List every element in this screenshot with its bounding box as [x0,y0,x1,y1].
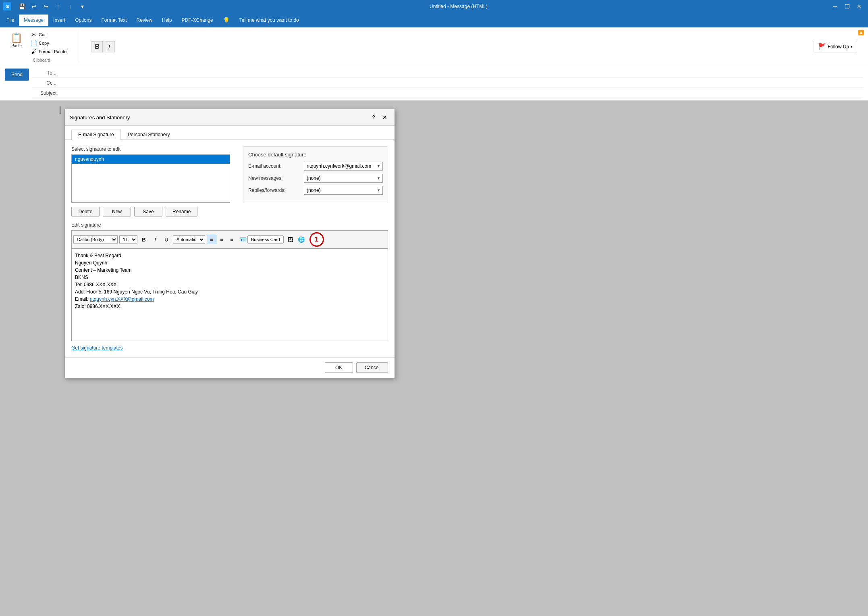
menu-help[interactable]: Help [157,15,177,26]
paste-icon: 📋 [10,32,23,44]
delete-button[interactable]: Delete [71,207,100,216]
new-messages-label: New messages: [248,175,301,181]
cut-button[interactable]: ✂ Cut [28,31,77,39]
tab-email-signature[interactable]: E-mail Signature [71,129,121,140]
menu-lightbulb[interactable]: 💡 [218,15,235,26]
cut-icon: ✂ [31,31,37,38]
close-btn[interactable]: ✕ [853,1,865,12]
menu-file[interactable]: File [2,15,19,26]
arrow-down-btn[interactable]: ↓ [64,1,76,12]
to-input[interactable] [60,69,863,77]
dialog-help-btn[interactable]: ? [369,112,378,122]
new-messages-select[interactable]: (none) [304,174,383,183]
copy-button[interactable]: 📄 Copy [28,39,77,47]
insert-image-btn[interactable]: 🖼 [285,235,295,244]
ribbon: 📋 Paste ✂ Cut 📄 Copy 🖌 Format Painter [0,27,868,66]
sig-editor-wrapper: Thank & Best Regard Nguyen Quynh Content… [71,248,388,341]
menu-insert[interactable]: Insert [48,15,70,26]
undo-btn[interactable]: ↩ [28,1,39,12]
cc-input[interactable] [60,79,863,87]
business-card-area: 🪪 Business Card [240,235,284,243]
email-link[interactable]: ntquynh.cyn.XXX@gmail.com [90,296,154,302]
format-painter-icon: 🖌 [31,48,37,55]
menu-message[interactable]: Message [19,15,48,26]
subject-input[interactable] [60,89,863,97]
ribbon-collapse-btn[interactable]: 🔼 [858,30,864,35]
badge-circle: 1 [309,232,324,247]
get-template-link[interactable]: Get signature templates [71,345,123,351]
title-bar-left: ✉ 💾 ↩ ↪ ↑ ↓ ▾ [3,1,88,12]
hyperlink-btn[interactable]: 🌐 [297,235,306,244]
new-messages-row: New messages: (none) [248,174,383,183]
arrow-up-btn[interactable]: ↑ [52,1,64,12]
business-card-btn[interactable]: Business Card [247,235,284,243]
minimize-btn[interactable]: ─ [829,1,841,12]
sig-action-buttons: Delete New Save Rename [71,207,230,216]
business-card-icon: 🪪 [240,236,247,243]
rename-button[interactable]: Rename [166,207,197,216]
menu-pdf[interactable]: PDF-XChange [177,15,218,26]
email-account-select[interactable]: ntquynh.cynfwork@gmail.com [304,162,383,171]
format-painter-button[interactable]: 🖌 Format Painter [28,48,77,56]
ok-button[interactable]: OK [325,362,353,373]
more-btn[interactable]: ▾ [77,1,88,12]
email-account-row: E-mail account: ntquynh.cynfwork@gmail.c… [248,162,383,171]
align-right-btn[interactable]: ≡ [227,235,237,244]
font-select[interactable]: Calibri (Body) [73,235,118,243]
clipboard-group: 📋 Paste ✂ Cut 📄 Copy 🖌 Format Painter [3,29,80,64]
menu-format-text[interactable]: Format Text [96,15,131,26]
tab-personal-stationery[interactable]: Personal Stationery [121,129,177,140]
sig-editor[interactable]: Thank & Best Regard Nguyen Quynh Content… [71,248,388,341]
italic-btn[interactable]: I [150,235,160,244]
app-window: ✉ 💾 ↩ ↪ ↑ ↓ ▾ Untitled - Message (HTML) … [0,0,868,616]
sig-right-panel: Choose default signature E-mail account:… [243,146,388,216]
align-left-btn[interactable]: ≡ [207,235,216,244]
modal-overlay: Signatures and Stationery ? ✕ E-mail Sig… [0,101,868,616]
underline-btn[interactable]: U [162,235,171,244]
edit-sig-label: Edit signature [71,222,388,228]
sig-left-panel: Select signature to edit nguyenquynh Del… [71,146,230,216]
dialog-titlebar: Signatures and Stationery ? ✕ [65,109,395,126]
cancel-button[interactable]: Cancel [356,362,388,373]
redo-btn[interactable]: ↪ [40,1,52,12]
italic-ribbon-btn[interactable]: I [104,41,115,52]
flag-icon: 🚩 [818,43,826,50]
send-button[interactable]: Send [5,69,29,81]
replies-select-wrapper: (none) [304,186,383,195]
menu-options[interactable]: Options [70,15,96,26]
sig-list-item[interactable]: nguyenquynh [72,155,230,164]
paste-button[interactable]: 📋 Paste [6,31,27,56]
select-sig-label: Select signature to edit [71,146,230,152]
follow-up-button[interactable]: 🚩 Follow Up ▾ [814,41,857,52]
to-row: To... [32,69,863,78]
copy-icon: 📄 [31,40,37,46]
email-account-select-wrapper: ntquynh.cynfwork@gmail.com [304,162,383,171]
edit-sig-section: Edit signature Calibri (Body) 11 B I U [71,222,388,341]
save-btn[interactable]: 💾 [16,1,27,12]
save-button[interactable]: Save [134,207,162,216]
default-sig-section: Choose default signature E-mail account:… [243,146,388,203]
sig-line-3: Content – Marketing Team [75,266,384,274]
dialog-close-btn[interactable]: ✕ [380,112,390,122]
align-group: ≡ ≡ ≡ [207,235,237,244]
new-button[interactable]: New [103,207,131,216]
align-center-btn[interactable]: ≡ [217,235,226,244]
dialog-tabs: E-mail Signature Personal Stationery [65,126,395,140]
menu-review[interactable]: Review [132,15,157,26]
new-messages-select-wrapper: (none) [304,174,383,183]
size-select[interactable]: 11 [119,235,137,243]
replies-select[interactable]: (none) [304,186,383,195]
sig-line-8: Zalo: 0986.XXX.XXX [75,303,384,310]
restore-btn[interactable]: ❐ [841,1,853,12]
menu-tell-me[interactable]: Tell me what you want to do [235,15,304,26]
signatures-dialog: Signatures and Stationery ? ✕ E-mail Sig… [64,109,395,378]
to-label: To... [32,70,56,76]
bold-btn[interactable]: B [139,235,149,244]
window-controls: ─ ❐ ✕ [829,1,865,12]
follow-up-dropdown-icon: ▾ [851,45,853,49]
color-select[interactable]: Automatic [173,235,205,243]
subject-row: Subject [32,89,863,98]
bold-ribbon-btn[interactable]: B [91,41,103,52]
sig-list[interactable]: nguyenquynh [71,154,230,203]
sig-toolbar: Calibri (Body) 11 B I U Automatic [71,230,388,248]
